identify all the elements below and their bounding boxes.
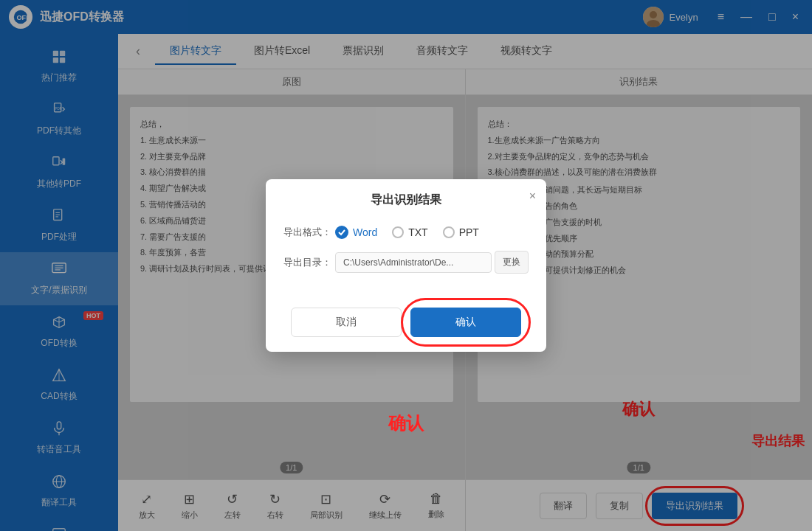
txt-radio <box>392 226 404 238</box>
format-label: 导出格式： <box>283 226 335 239</box>
dir-input[interactable] <box>335 252 492 273</box>
format-txt-option[interactable]: TXT <box>392 226 427 238</box>
word-label: Word <box>353 226 377 238</box>
confirm-label: 确认 <box>455 316 476 327</box>
format-word-option[interactable]: Word <box>335 226 377 239</box>
format-ppt-option[interactable]: PPT <box>443 226 479 238</box>
dialog-title: 导出识别结果 <box>371 192 441 208</box>
dir-label: 导出目录： <box>283 256 335 269</box>
confirm-button[interactable]: 确认 <box>410 308 521 337</box>
txt-label: TXT <box>408 226 427 238</box>
dialog-footer: 取消 确认 <box>266 300 546 352</box>
dialog-close-button[interactable]: × <box>529 190 536 203</box>
cancel-button[interactable]: 取消 <box>291 308 402 337</box>
export-dialog: 导出识别结果 × 导出格式： Word <box>266 179 546 352</box>
word-radio-checked <box>335 226 348 239</box>
dialog-header: 导出识别结果 × <box>266 179 546 215</box>
modal-overlay: 导出识别结果 × 导出格式： Word <box>0 0 812 531</box>
confirm-bottom-annotation: 确认 <box>388 412 424 435</box>
ppt-label: PPT <box>459 226 479 238</box>
dialog-body: 导出格式： Word TXT <box>266 215 546 300</box>
directory-row: 导出目录： 更换 <box>283 251 529 274</box>
ppt-radio <box>443 226 455 238</box>
format-row: 导出格式： Word TXT <box>283 226 529 239</box>
dir-change-button[interactable]: 更换 <box>495 251 529 274</box>
format-options: Word TXT PPT <box>335 226 479 239</box>
